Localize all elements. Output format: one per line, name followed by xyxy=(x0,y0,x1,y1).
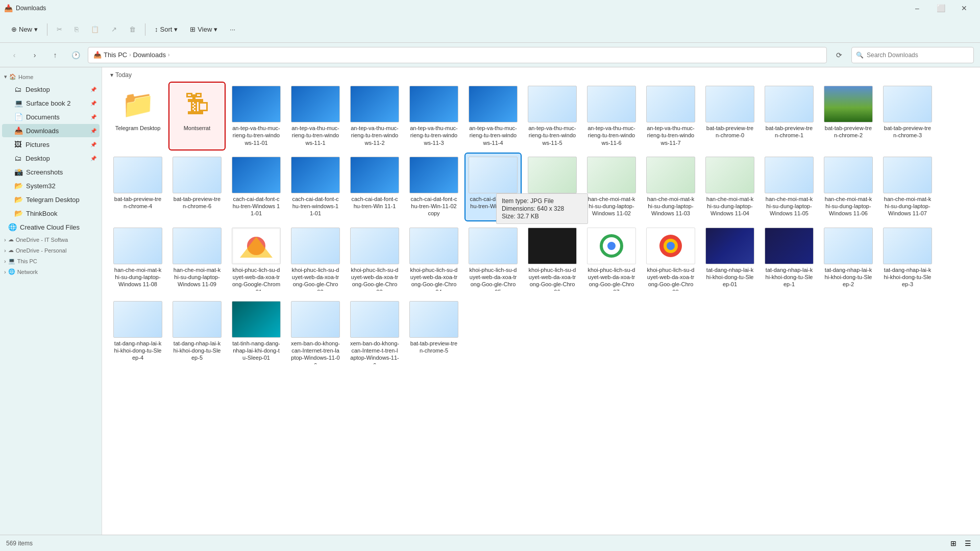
sidebar-item-pictures[interactable]: 🖼 Pictures 📌 xyxy=(2,138,100,151)
list-item[interactable]: bat-tab-preview-tren-chrome-6 xyxy=(169,154,225,220)
list-item[interactable]: khoi-phuc-lich-su-duyet-web-da-xoa-trong… xyxy=(229,224,284,294)
up-button[interactable]: ↑ xyxy=(47,47,63,63)
toolbar-separator-1 xyxy=(47,23,47,36)
sidebar-item-thinkbook[interactable]: 📂 ThinkBook xyxy=(2,207,100,220)
search-input[interactable] xyxy=(867,52,969,59)
recent-button[interactable]: 🕐 xyxy=(67,47,84,63)
list-item[interactable]: an-tep-va-thu-muc-rieng-tu-tren-windows-… xyxy=(525,83,580,149)
file-item-montserrat[interactable]: 🗜 Montserrat xyxy=(169,83,225,149)
image-thumbnail xyxy=(469,228,518,264)
onedrive2-icon: ☁ xyxy=(8,247,14,254)
sidebar-item-documents[interactable]: 📄 Documents 📌 xyxy=(2,110,100,123)
list-item[interactable]: han-che-moi-mat-khi-su-dung-laptop-Windo… xyxy=(643,154,698,220)
image-thumbnail xyxy=(587,228,636,264)
list-item[interactable]: cach-cai-dat-font-chu-tren-windows-11-01 xyxy=(288,154,343,220)
sidebar-item-telegram[interactable]: 📂 Telegram Desktop xyxy=(2,193,100,206)
new-button[interactable]: ⊕ New ▾ xyxy=(6,22,43,36)
list-item[interactable]: han-che-moi-mat-khi-su-dung-laptop-Windo… xyxy=(702,154,757,220)
view-button[interactable]: ⊞ View ▾ xyxy=(185,22,223,36)
sidebar-system32-label: System32 xyxy=(26,182,56,190)
sidebar-section-onedrive1[interactable]: › ☁ OneDrive - IT Softwa xyxy=(0,234,102,245)
sidebar-section-thispc[interactable]: › 💻 This PC xyxy=(0,256,102,266)
list-item[interactable]: xem-ban-do-khong-can-Internet-tren-lapto… xyxy=(288,298,343,367)
search-box[interactable]: 🔍 xyxy=(851,47,974,63)
list-item[interactable]: khoi-phuc-lich-su-duyet-web-da-xoa-trong… xyxy=(288,224,343,294)
forward-button[interactable]: › xyxy=(27,47,43,63)
list-item[interactable]: cach-cai-dat-font-chu-tren-Win-11-02 cop… xyxy=(406,154,461,220)
list-item[interactable]: tat-dang-nhap-lai-khi-khoi-dong-tu-Sleep… xyxy=(821,224,876,294)
list-item[interactable]: tat-dang-nhap-lai-khi-khoi-dong-tu-Sleep… xyxy=(110,298,165,367)
list-item[interactable]: tat-dang-nhap-lai-khi-khoi-dong-tu-Sleep… xyxy=(169,298,225,367)
list-item[interactable]: xem-ban-do-khong-can-Interne-t-tren-lapt… xyxy=(347,298,402,367)
sidebar-section-network[interactable]: › 🌐 Network xyxy=(0,266,102,277)
breadcrumb[interactable]: 📥 This PC › Downloads › xyxy=(88,47,827,63)
list-item[interactable]: tat-tinh-nang-dang-nhap-lai-khi-dong-tu-… xyxy=(229,298,284,367)
image-thumbnail xyxy=(409,157,458,193)
more-button[interactable]: ··· xyxy=(225,22,240,36)
list-item[interactable]: khoi-phuc-lich-su-duyet-web-da-xoa-trong… xyxy=(643,224,698,294)
back-button[interactable]: ‹ xyxy=(6,47,22,63)
copy-icon: ⎘ xyxy=(75,26,79,33)
cut-button[interactable]: ✂ xyxy=(52,22,67,36)
sidebar-item-surface[interactable]: 💻 Surface book 2 📌 xyxy=(2,96,100,110)
copy-button[interactable]: ⎘ xyxy=(69,22,84,36)
list-item[interactable]: cach-cai-dat-font-chu-tren-Win 11-1 xyxy=(347,154,402,220)
list-item[interactable]: tat-dang-nhap-lai-khi-khoi-dong-tu-Sleep… xyxy=(762,224,817,294)
list-item[interactable]: an-tep-va-thu-muc-rieng-tu-tren-windows-… xyxy=(406,83,461,149)
list-item[interactable]: bat-tab-preview-tren-chrome-1 xyxy=(762,83,817,149)
sidebar-item-desktop[interactable]: 🗂 Desktop 📌 xyxy=(2,83,100,96)
share-button[interactable]: ↗ xyxy=(106,22,122,36)
delete-button[interactable]: 🗑 xyxy=(124,22,141,36)
list-item[interactable]: han-che-moi-mat-khi-su-dung-laptop-Windo… xyxy=(525,154,580,220)
list-item[interactable]: tat-dang-nhap-lai-khi-khoi-dong-tu-Sleep… xyxy=(880,224,935,294)
folder-yellow-icon: 📁 xyxy=(121,89,155,120)
close-button[interactable]: ✕ xyxy=(952,0,976,16)
file-item-telegram-desktop[interactable]: 📁 Telegram Desktop xyxy=(110,83,165,149)
list-item[interactable]: han-che-moi-mat-khi-su-dung-laptop-Windo… xyxy=(110,224,165,294)
file-item-with-tooltip[interactable]: cach-cai-dat-font-chu-tren-Win-11-02 Ite… xyxy=(465,154,521,220)
sidebar-item-creative-cloud[interactable]: 🌐 Creative Cloud Files xyxy=(2,220,100,234)
paste-button[interactable]: 📋 xyxy=(86,22,104,36)
list-item[interactable]: han-che-moi-mat-khi-su-dung-laptop-Windo… xyxy=(169,224,225,294)
sidebar-section-home[interactable]: ▾ 🏠 Home xyxy=(0,71,102,82)
list-item[interactable]: an-tep-va-thu-muc-rieng-tu-tren-windows-… xyxy=(288,83,343,149)
file-item-name: cach-cai-dat-font-chu-tren-Win-11-02 xyxy=(469,195,518,210)
list-item[interactable]: bat-tab-preview-tren-chrome-5 xyxy=(406,298,461,367)
documents-pin-icon: 📌 xyxy=(90,114,96,120)
list-view-button[interactable]: ☰ xyxy=(962,537,974,549)
list-item[interactable]: tat-dang-nhap-lai-khi-khoi-dong-tu-Sleep… xyxy=(702,224,757,294)
sidebar-item-system32[interactable]: 📂 System32 xyxy=(2,179,100,192)
list-item[interactable]: han-che-moi-mat-khi-su-dung-laptop-Windo… xyxy=(880,154,935,220)
sort-button[interactable]: ↕ Sort ▾ xyxy=(150,22,183,36)
sidebar-item-desktop2[interactable]: 🗂 Desktop 📌 xyxy=(2,152,100,165)
sidebar-section-onedrive2[interactable]: › ☁ OneDrive - Personal xyxy=(0,245,102,256)
list-item[interactable]: an-tep-va-thu-muc-rieng-tu-tren-windows-… xyxy=(643,83,698,149)
list-item[interactable]: khoi-phuc-lich-su-duyet-web-da-xoa-trong… xyxy=(584,224,639,294)
sidebar-desktop2-label: Desktop xyxy=(26,155,50,162)
list-item[interactable]: cach-cai-dat-font-chu-tren-Windows 11-01 xyxy=(229,154,284,220)
list-item[interactable]: an-tep-va-thu-muc-rieng-tu-tren-windows-… xyxy=(584,83,639,149)
list-item[interactable]: an-tep-va-thu-muc-rieng-tu-tren-windows-… xyxy=(347,83,402,149)
list-item[interactable]: an-tep-va-thu-muc-rieng-tu-tren-windows-… xyxy=(229,83,284,149)
sidebar-telegram-label: Telegram Desktop xyxy=(26,196,80,204)
list-item[interactable]: khoi-phuc-lich-su-duyet-web-da-xoa-trong… xyxy=(465,224,521,294)
minimize-button[interactable]: – xyxy=(905,0,929,16)
network-icon: 🌐 xyxy=(8,268,15,275)
list-item[interactable]: khoi-phuc-lich-su-duyet-web-da-xoa-trong… xyxy=(525,224,580,294)
list-item[interactable]: bat-tab-preview-tren-chrome-4 xyxy=(110,154,165,220)
section-header-today[interactable]: ▾ Today xyxy=(110,71,972,79)
list-item[interactable]: an-tep-va-thu-muc-rieng-tu-tren-windows-… xyxy=(465,83,521,149)
refresh-button[interactable]: ⟳ xyxy=(831,47,847,63)
list-item[interactable]: khoi-phuc-lich-su-duyet-web-da-xoa-trong… xyxy=(406,224,461,294)
maximize-button[interactable]: ⬜ xyxy=(929,0,952,16)
list-item[interactable]: han-che-moi-mat-khi-su-dung-laptop-Windo… xyxy=(821,154,876,220)
list-item[interactable]: han-che-moi-mat-khi-su-dung-laptop-Windo… xyxy=(584,154,639,220)
grid-view-button[interactable]: ⊞ xyxy=(947,537,960,549)
sidebar-item-downloads[interactable]: 📥 Downloads 📌 xyxy=(2,124,100,137)
list-item[interactable]: bat-tab-preview-tren-chrome-3 xyxy=(880,83,935,149)
list-item[interactable]: han-che-moi-mat-khi-su-dung-laptop-Windo… xyxy=(762,154,817,220)
list-item[interactable]: khoi-phuc-lich-su-duyet-web-da-xoa-trong… xyxy=(347,224,402,294)
sidebar-item-screenshots[interactable]: 📸 Screenshots xyxy=(2,165,100,179)
list-item[interactable]: bat-tab-preview-tren-chrome-2 xyxy=(821,83,876,149)
list-item[interactable]: bat-tab-preview-tren-chrome-0 xyxy=(702,83,757,149)
